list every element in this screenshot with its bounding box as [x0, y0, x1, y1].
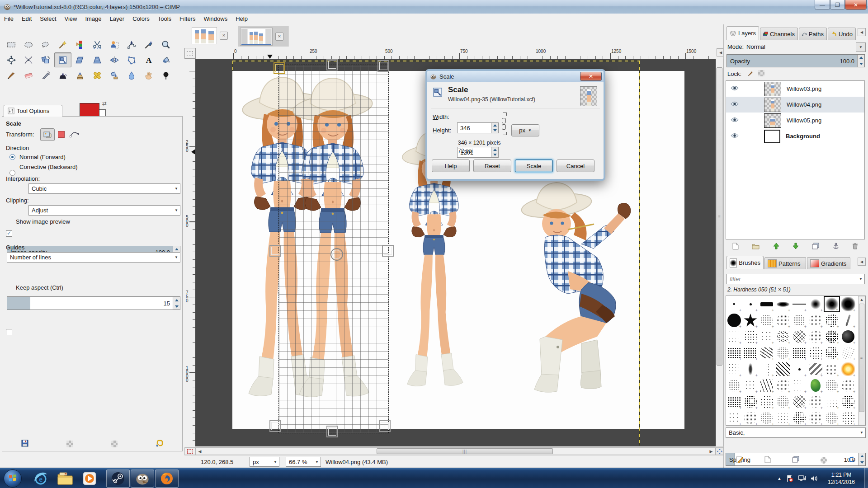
horizontal-ruler[interactable]: 0 250 500 750 1000 1250 1500 [195, 48, 716, 59]
scroll-right-icon[interactable]: ▶ [708, 448, 714, 454]
keep-aspect-label[interactable]: Keep aspect (Ctrl) [16, 284, 63, 291]
help-button[interactable]: Help [432, 160, 470, 172]
close-icon[interactable]: × [220, 32, 228, 40]
scale-tool[interactable] [54, 52, 71, 67]
layer-name[interactable]: Willow05.png [787, 117, 821, 124]
foreground-select-tool[interactable] [106, 37, 123, 52]
show-desktop-button[interactable] [864, 468, 868, 488]
lock-paint-icon[interactable] [747, 70, 755, 78]
layer-name[interactable]: Willow04.png [787, 101, 821, 108]
tab-undo[interactable]: Undo [828, 28, 856, 40]
tab-patterns[interactable]: Patterns [764, 257, 806, 269]
scale-dialog[interactable]: Scale ✕ Scale Willow04.png-35 (WillowTut… [425, 69, 605, 181]
duplicate-brush-icon[interactable] [792, 456, 799, 464]
action-center-flag-icon[interactable] [784, 474, 796, 483]
dodge-burn-tool[interactable] [157, 68, 175, 83]
anchor-layer-icon[interactable] [833, 243, 839, 251]
scale-handle-bottom-right[interactable] [379, 420, 391, 432]
layer-group-icon[interactable] [752, 243, 760, 251]
airbrush-tool[interactable] [37, 68, 54, 83]
scroll-left-icon[interactable]: ◀ [197, 448, 203, 454]
dock-menu-button[interactable]: ◀ [858, 28, 866, 36]
delete-brush-icon[interactable] [821, 457, 827, 464]
clone-tool[interactable] [71, 68, 89, 83]
taskbar-gimp[interactable] [131, 469, 154, 488]
unit-combo[interactable]: px▼ [250, 457, 279, 467]
show-preview-label[interactable]: Show image preview [16, 218, 70, 225]
width-input[interactable]: 346 [457, 122, 499, 133]
color-picker-tool[interactable] [140, 37, 157, 52]
restore-options-icon[interactable] [66, 441, 73, 447]
cancel-button[interactable]: Cancel [557, 160, 594, 172]
edit-brush-icon[interactable] [736, 456, 743, 465]
menu-layer[interactable]: Layer [106, 14, 129, 24]
start-button[interactable] [3, 469, 23, 488]
spinner[interactable] [857, 55, 864, 67]
delete-layer-icon[interactable] [852, 243, 858, 251]
transform-selection-button[interactable] [57, 130, 66, 139]
raise-layer-icon[interactable] [773, 243, 779, 251]
menu-edit[interactable]: Edit [18, 14, 36, 24]
zoom-tool[interactable] [157, 37, 175, 52]
menu-image[interactable]: Image [81, 14, 105, 24]
clipping-combo[interactable]: Adjust▼ [28, 205, 180, 216]
v-scroll-thumb[interactable]: ≡ [717, 67, 722, 366]
layer-name[interactable]: Willow03.png [787, 85, 821, 92]
scale-handle-mid-right[interactable] [382, 245, 394, 257]
scale-handle-mid-left[interactable] [269, 245, 281, 257]
flip-tool[interactable] [106, 52, 123, 67]
scale-handle-top-left[interactable] [274, 62, 285, 74]
tray-show-hidden-icons[interactable]: ▲ [775, 476, 784, 481]
direction-normal-radio[interactable] [9, 154, 15, 160]
volume-icon[interactable] [808, 475, 820, 482]
perspective-clone-tool[interactable] [106, 68, 123, 83]
scale-handle-bottom-center[interactable] [326, 426, 338, 437]
menu-view[interactable]: View [61, 14, 81, 24]
eraser-tool[interactable] [20, 68, 37, 83]
taskbar-steam[interactable] [106, 469, 130, 488]
select-by-color-tool[interactable] [71, 37, 89, 52]
text-tool[interactable]: A [140, 52, 157, 67]
refresh-brushes-icon[interactable] [848, 456, 855, 465]
direction-corrective-label[interactable]: Corrective (Backward) [19, 164, 78, 170]
spinner[interactable] [173, 297, 180, 310]
title-bar[interactable]: *WillowTutorial.xcf-8.0 (RGB color, 4 la… [0, 0, 868, 14]
mode-dropdown-button[interactable]: ▼ [856, 42, 866, 52]
menu-colors[interactable]: Colors [128, 14, 154, 24]
network-icon[interactable] [796, 475, 808, 482]
scale-dialog-titlebar[interactable]: Scale ✕ [427, 71, 604, 82]
free-select-tool[interactable] [37, 37, 54, 52]
reset-options-icon[interactable] [156, 440, 163, 448]
quick-mask-button[interactable] [184, 447, 195, 455]
align-tool[interactable] [20, 52, 37, 67]
menu-select[interactable]: Select [36, 14, 60, 24]
layer-opacity-slider[interactable]: Opacity 100.0 [726, 54, 865, 67]
direction-normal-label[interactable]: Normal (Forward) [19, 154, 66, 160]
save-options-icon[interactable] [21, 440, 28, 448]
paintbrush-tool[interactable] [3, 68, 20, 83]
visibility-eye-icon[interactable] [731, 117, 739, 124]
tool-options-tab[interactable]: Tool Options [4, 105, 62, 117]
menu-filters[interactable]: Filters [175, 14, 199, 24]
heal-tool[interactable] [89, 68, 106, 83]
shear-tool[interactable] [71, 52, 89, 67]
reset-button[interactable]: Reset [473, 160, 511, 172]
ink-tool[interactable] [54, 68, 71, 83]
vertical-scrollbar[interactable]: ≡ [716, 59, 723, 446]
lock-alpha-icon[interactable] [758, 70, 764, 76]
layer-row-willow03[interactable]: Willow03.png [726, 81, 864, 97]
menu-file[interactable]: File [0, 14, 18, 24]
brush-group-combo[interactable]: Basic, ▼ [726, 427, 866, 438]
scissors-select-tool[interactable] [89, 37, 106, 52]
taskbar-internet-explorer[interactable]: e [29, 469, 52, 488]
bucket-fill-tool[interactable] [157, 52, 175, 67]
menu-tools[interactable]: Tools [154, 14, 175, 24]
interpolation-combo[interactable]: Cubic▼ [28, 183, 180, 194]
brush-grid[interactable]: ▲ ≡ [726, 296, 866, 426]
minimize-button[interactable]: — [815, 0, 830, 10]
new-brush-icon[interactable] [764, 456, 771, 465]
ruler-corner-button[interactable] [184, 48, 195, 59]
layer-row-willow04-selected[interactable]: Willow04.png [726, 97, 864, 113]
zoom-combo[interactable]: 66.7 %▼ [286, 457, 321, 467]
visibility-eye-icon[interactable] [731, 133, 739, 140]
